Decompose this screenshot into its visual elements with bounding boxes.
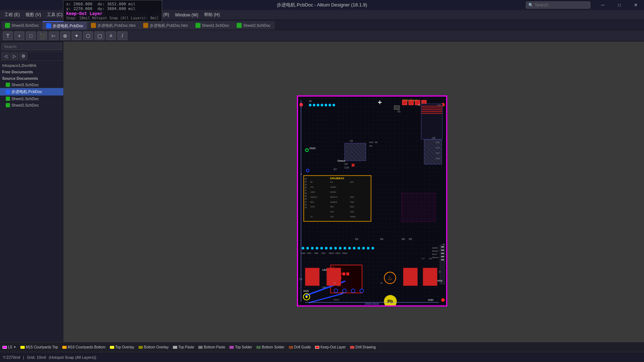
- plabel-pin21: PIN21: [335, 252, 340, 254]
- menu-window[interactable]: Window (W): [172, 11, 201, 19]
- toolbar-fill[interactable]: ⬛: [37, 31, 47, 40]
- dx-label: dx:: [97, 2, 107, 6]
- panel-settings-btn[interactable]: ⚙: [19, 53, 27, 60]
- tab-sheet3-label: Sheet3.SchDoc: [11, 23, 39, 28]
- layer-bottom-solder[interactable]: Bottom Solder: [255, 345, 285, 349]
- menu-engineering[interactable]: 工程 (E): [1, 10, 23, 19]
- gnd-label: GND: [309, 147, 316, 150]
- canvas-area[interactable]: J8 MCU Reset S1: [64, 41, 644, 352]
- layer-drill-guide[interactable]: Drill Guide: [288, 345, 312, 349]
- sch-file-icon: [6, 83, 10, 87]
- tab-sheet2[interactable]: Sheet2.SchDoc: [233, 21, 274, 30]
- gnd-lr-label: GND: [428, 299, 434, 301]
- r7-label: R7: [334, 168, 337, 171]
- layer-m16[interactable]: M16 Courtyards Bottom: [61, 345, 107, 349]
- blank2: [350, 191, 370, 196]
- panel-fwd-btn[interactable]: ▷: [10, 53, 18, 60]
- close-button[interactable]: ✕: [628, 0, 644, 10]
- pin-18: 18: [305, 192, 307, 194]
- layer-ls[interactable]: LS ▼: [1, 345, 17, 349]
- pcb-canvas: J8 MCU Reset S1: [297, 96, 447, 307]
- tab-pcbdoc[interactable]: 步进电机.PcbDoc: [43, 21, 87, 30]
- stby-cell: STBY: [310, 206, 330, 210]
- sch-file-icon-2: [6, 103, 10, 107]
- plabel-pin22: PIN22: [342, 252, 347, 254]
- bph-cell: BPH: [330, 206, 350, 210]
- panel-search-input[interactable]: [1, 43, 62, 50]
- bdecay-cell: BDECAY: [330, 196, 350, 200]
- left-panel: ◁ ▷ ⚙ trkspace1.DsnWrk Free Documents So…: [0, 41, 64, 352]
- toolbar-comp[interactable]: ✦: [72, 31, 82, 40]
- bottom-solder-dot: [256, 346, 261, 349]
- m-pin-4: [315, 247, 318, 250]
- dim-line-v: [301, 100, 301, 302]
- search-input[interactable]: [535, 3, 585, 8]
- red-rect-bl: [305, 268, 319, 286]
- c10-label: C10: [344, 166, 349, 169]
- c5c3-label: C5C3: [334, 299, 339, 301]
- toolbar-text[interactable]: T: [3, 31, 13, 40]
- layer-drill-drawing[interactable]: Drill Drawing: [349, 345, 377, 349]
- tree-sheet3[interactable]: Sheet3.SchDoc: [0, 82, 63, 88]
- top-paste-dot: [173, 346, 177, 349]
- r9-label: R9: [369, 145, 372, 147]
- j4-label: J4: [380, 282, 382, 284]
- layer-m15[interactable]: M15 Courtyards Top: [19, 345, 59, 349]
- j6-pin-4: [441, 256, 444, 257]
- layer-top-overlay[interactable]: Top Overlay: [109, 345, 135, 349]
- c14-label: C14: [436, 141, 440, 143]
- s1-label: S1: [397, 110, 401, 113]
- pcb-board[interactable]: J8 MCU Reset S1: [297, 96, 447, 307]
- tree-sheet1[interactable]: Sheet1.SchDoc: [0, 96, 63, 102]
- toolbar-dim[interactable]: ⊢: [49, 31, 59, 40]
- pink-highlight: [401, 193, 435, 222]
- dy-label: dy:: [97, 6, 107, 11]
- tree-sheet3-label: Sheet3.SchDoc: [11, 83, 39, 87]
- layerbar: LS ▼ M15 Courtyards Top M16 Courtyards B…: [0, 342, 644, 352]
- j9-label: J9: [417, 104, 420, 106]
- pin-labels-row: GND PIN3 PIN5 PIN7 PIN25 PIN21 PIN22: [301, 252, 347, 254]
- pin-23: 23: [305, 206, 307, 209]
- toolbar-label[interactable]: A: [106, 31, 116, 40]
- drubbxx-chip: 13 14 15 16 17 18 19 20 21 22 23 DRUBBXX: [303, 175, 371, 222]
- menu-help[interactable]: 帮助 (H): [201, 10, 223, 19]
- toolbar-pad[interactable]: ▢: [95, 31, 105, 40]
- maximize-button[interactable]: □: [611, 0, 628, 10]
- tree-pcbdoc[interactable]: 步进电机.PcbDoc: [0, 88, 63, 96]
- tab-sheet1[interactable]: Sheet1.SchDoc: [192, 21, 233, 30]
- toolbar-line[interactable]: /: [117, 31, 127, 40]
- toolbar-poly[interactable]: ⬡: [83, 31, 93, 40]
- layer-bottom-paste[interactable]: Bottom Paste: [197, 345, 226, 349]
- panel-back-btn[interactable]: ◁: [1, 53, 9, 60]
- menu-view[interactable]: 视图 (V): [23, 10, 44, 19]
- tree-sheet2[interactable]: Sheet2.SchDoc: [0, 102, 63, 108]
- toolbar-add[interactable]: +: [14, 31, 24, 40]
- mid-pin-row: [301, 247, 374, 250]
- layer-top-paste[interactable]: Top Paste: [172, 345, 195, 349]
- m15-dot: [20, 346, 25, 349]
- menu-tools-c[interactable]: 工具 (C): [44, 10, 66, 19]
- c11-label: C11: [436, 147, 440, 149]
- red-dot-br: [441, 298, 445, 302]
- drubbxx-pins-left: 13 14 15 16 17 18 19 20 21 22 23: [305, 178, 307, 209]
- layer-bottom-overlay[interactable]: Bottom Overlay: [137, 345, 170, 349]
- tab-sheet3[interactable]: Sheet3.SchDoc: [1, 21, 43, 30]
- tab-pcbdoc-htm2[interactable]: 步进电机.PcbDoc.htm: [140, 21, 192, 30]
- free-docs-label[interactable]: Free Documents: [0, 69, 63, 75]
- m-pin-11: [348, 247, 351, 250]
- ls-label: LS: [8, 345, 12, 349]
- fault-label: FAULT: [432, 253, 439, 255]
- toolbar-via[interactable]: ⊕: [60, 31, 70, 40]
- mcu-pin-5: [421, 113, 442, 114]
- pin-5: [324, 104, 327, 107]
- toolbar-rect[interactable]: □: [26, 31, 36, 40]
- search-area[interactable]: 🔍: [526, 1, 590, 9]
- tab-pcbdoc-htm1-label: 步进电机.PcbDoc.htm: [97, 23, 136, 28]
- minimize-button[interactable]: ─: [595, 0, 611, 10]
- tab-sheet2-label: Sheet2.SchDoc: [243, 23, 270, 28]
- plabel-pin3: PIN3: [307, 252, 311, 254]
- tab-pcbdoc-htm1[interactable]: 步进电机.PcbDoc.htm: [87, 21, 140, 30]
- layer-keepout[interactable]: Keep-Out Layer: [314, 345, 347, 349]
- layer-top-solder[interactable]: Top Solder: [228, 345, 253, 349]
- dim-bottom-label: 2000.00mil: [365, 302, 379, 305]
